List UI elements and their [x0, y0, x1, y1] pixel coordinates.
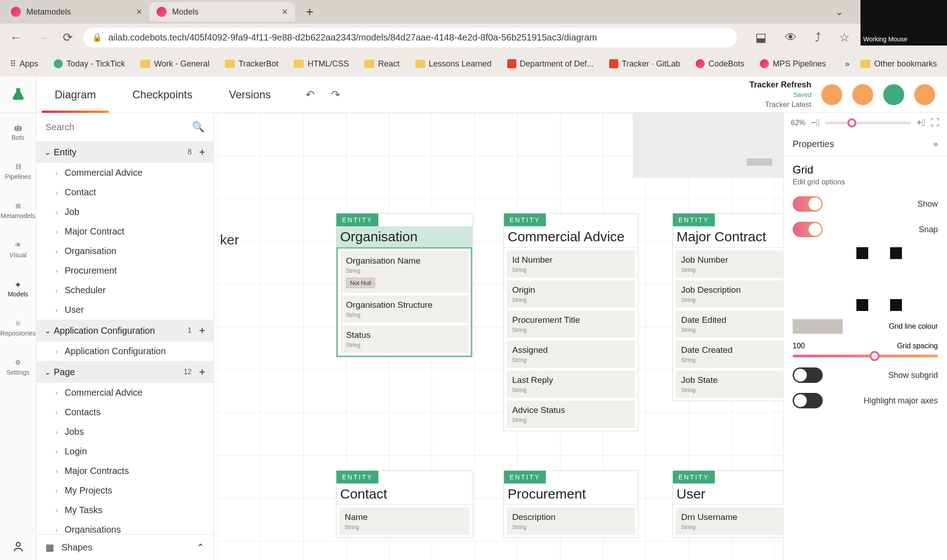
- bookmark-folder[interactable]: Lessons Learned: [411, 56, 496, 71]
- show-grid-toggle[interactable]: [793, 196, 823, 212]
- entity-field[interactable]: Last ReplyString: [507, 371, 635, 398]
- entity-field[interactable]: Procurement TitleString: [507, 311, 635, 338]
- avatar[interactable]: [851, 83, 874, 106]
- entity-field[interactable]: Organisation StructureString: [341, 295, 468, 323]
- slider-thumb[interactable]: [847, 118, 856, 127]
- eye-off-icon[interactable]: 👁: [780, 28, 801, 47]
- avatar[interactable]: [913, 83, 936, 106]
- entity-field[interactable]: Job DescriptionString: [676, 280, 791, 308]
- entity-card[interactable]: ENTITYOrganisationOrganisation NameStrin…: [336, 213, 473, 357]
- tree-item[interactable]: ›Organisations: [36, 520, 214, 534]
- bookmark-link[interactable]: CodeBots: [691, 56, 749, 71]
- add-button[interactable]: +: [199, 146, 205, 158]
- tree-item[interactable]: ›Commercial Advice: [36, 163, 214, 183]
- zoom-in-button[interactable]: +⃝: [916, 117, 925, 128]
- bookmark-link[interactable]: MPS Pipelines: [755, 56, 830, 71]
- other-bookmarks[interactable]: Other bookmarks: [856, 56, 942, 71]
- browser-tab[interactable]: Models ×: [149, 2, 295, 21]
- avatar[interactable]: [882, 83, 905, 106]
- entity-card[interactable]: ENTITYContactNameString: [336, 470, 473, 538]
- tree-item[interactable]: ›Organisation: [36, 241, 214, 261]
- minimap[interactable]: [633, 113, 788, 178]
- tree-item[interactable]: ›Login: [36, 442, 214, 461]
- grid-spacing-slider[interactable]: [793, 355, 938, 357]
- bookmark-folder[interactable]: HTML/CSS: [289, 56, 353, 71]
- grid-corner-picker[interactable]: [829, 247, 902, 311]
- entity-field[interactable]: StatusString: [341, 326, 468, 353]
- rail-item-models[interactable]: ◈Models: [0, 270, 36, 309]
- tree-item[interactable]: ›My Tasks: [36, 500, 214, 520]
- install-app-icon[interactable]: ⬓: [751, 28, 771, 47]
- share-icon[interactable]: ⤴: [810, 28, 825, 47]
- user-menu[interactable]: [0, 533, 36, 560]
- bookmark-folder[interactable]: React: [360, 56, 404, 71]
- show-subgrid-toggle[interactable]: [793, 367, 823, 383]
- rail-item-bots[interactable]: 🤖Bots: [0, 113, 36, 152]
- bookmark-folder[interactable]: TrackerBot: [220, 56, 283, 71]
- properties-header[interactable]: Properties »: [784, 132, 947, 156]
- forward-button[interactable]: →: [32, 28, 53, 47]
- tree-item[interactable]: ›Jobs: [36, 422, 214, 442]
- collapse-icon[interactable]: »: [933, 139, 938, 149]
- entity-title[interactable]: Contact: [336, 484, 472, 504]
- close-icon[interactable]: ×: [282, 6, 288, 18]
- search-icon[interactable]: 🔍: [192, 121, 204, 133]
- corner-handle[interactable]: [890, 247, 902, 259]
- entity-field[interactable]: Id NumberString: [507, 250, 635, 278]
- entity-card[interactable]: ENTITYMajor ContractJob NumberStringJob …: [672, 213, 794, 401]
- fullscreen-button[interactable]: ⛶: [931, 117, 940, 128]
- entity-card[interactable]: ENTITYProcurementDescriptionString: [504, 470, 638, 538]
- tree-item[interactable]: ›Procurement: [36, 261, 214, 280]
- redo-button[interactable]: ↷: [331, 88, 340, 101]
- tabs-dropdown-icon[interactable]: ⌄: [835, 6, 843, 17]
- add-button[interactable]: +: [199, 366, 205, 378]
- entity-field[interactable]: DescriptionString: [507, 508, 635, 535]
- video-call-thumbnail[interactable]: Working Mouse: [860, 0, 947, 46]
- rail-item-repositories[interactable]: ⎘Repositories: [0, 309, 36, 348]
- minimap-viewport[interactable]: [747, 158, 772, 166]
- reload-button[interactable]: ⟳: [58, 28, 77, 47]
- corner-handle[interactable]: [890, 299, 902, 311]
- close-icon[interactable]: ×: [136, 6, 142, 18]
- tree-group-header[interactable]: ⌄Application Configuration1+: [36, 320, 214, 341]
- entity-card[interactable]: ENTITYCommercial AdviceId NumberStringOr…: [504, 213, 638, 431]
- apps-button[interactable]: ⠿ Apps: [5, 56, 43, 71]
- back-button[interactable]: ←: [5, 28, 26, 47]
- tree-item[interactable]: ›Scheduler: [36, 280, 214, 300]
- entity-field[interactable]: AssignedString: [507, 341, 635, 368]
- entity-title[interactable]: Major Contract: [673, 226, 794, 247]
- tree-item[interactable]: ›Major Contract: [36, 222, 214, 241]
- tree-item[interactable]: ›Contacts: [36, 402, 214, 422]
- rail-item-metamodels[interactable]: ⊞Metamodels: [0, 191, 36, 230]
- slider-thumb[interactable]: [870, 351, 880, 361]
- entity-title[interactable]: Organisation: [336, 226, 472, 247]
- url-input[interactable]: 🔒 ailab.codebots.tech/405f4092-9fa9-4f11…: [83, 28, 737, 47]
- entity-field[interactable]: OriginString: [507, 280, 635, 308]
- bookmark-link[interactable]: Department of Def...: [503, 56, 598, 71]
- grid-colour-swatch[interactable]: [793, 319, 843, 334]
- undo-button[interactable]: ↶: [305, 88, 315, 101]
- bookmarks-overflow[interactable]: »: [845, 59, 850, 69]
- corner-handle[interactable]: [856, 299, 868, 311]
- bookmark-link[interactable]: Today - TickTick: [49, 56, 129, 71]
- tree-group-header[interactable]: ⌄Page12+: [36, 361, 214, 383]
- corner-handle[interactable]: [856, 247, 868, 259]
- rail-item-settings[interactable]: ⚙Settings: [0, 348, 36, 387]
- entity-title[interactable]: User: [673, 484, 794, 504]
- header-tab-versions[interactable]: Versions: [211, 76, 289, 112]
- shapes-panel-toggle[interactable]: ▦ Shapes ⌃: [36, 534, 214, 560]
- tree-group-header[interactable]: ⌄Entity8+: [36, 141, 214, 163]
- snap-toggle[interactable]: [793, 222, 823, 237]
- tree-item[interactable]: ›Job: [36, 202, 214, 222]
- rail-item-pipelines[interactable]: ⛓Pipelines: [0, 152, 36, 191]
- zoom-slider[interactable]: [825, 122, 911, 124]
- entity-field[interactable]: Date CreatedString: [676, 341, 791, 368]
- entity-field[interactable]: Date EditedString: [676, 311, 791, 338]
- avatar[interactable]: [820, 83, 843, 106]
- tree-item[interactable]: ›Contact: [36, 183, 214, 202]
- entity-field[interactable]: Organisation NameStringNot Null: [341, 251, 468, 293]
- entity-title[interactable]: Procurement: [504, 484, 638, 504]
- browser-tab[interactable]: Metamodels ×: [4, 2, 149, 21]
- header-tab-checkpoints[interactable]: Checkpoints: [114, 76, 211, 112]
- entity-title[interactable]: Commercial Advice: [504, 226, 638, 247]
